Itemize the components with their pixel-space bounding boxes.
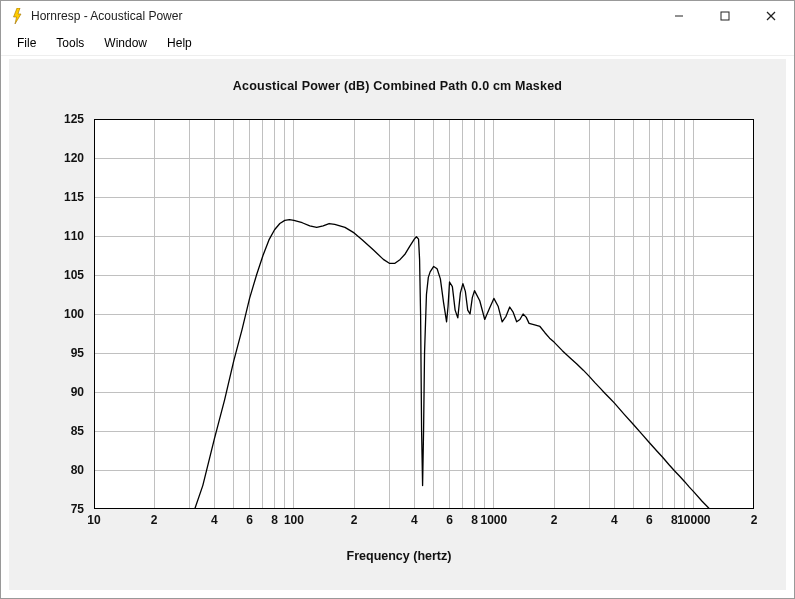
- y-tick-label: 90: [24, 385, 84, 399]
- menu-file[interactable]: File: [7, 33, 46, 53]
- x-axis-ticks: 102468100246810002468100002: [94, 513, 754, 533]
- y-tick-label: 80: [24, 463, 84, 477]
- app-icon: [9, 8, 25, 24]
- plot-wrapper: 1251201151101051009590858075 10246810024…: [24, 109, 774, 569]
- menu-tools[interactable]: Tools: [46, 33, 94, 53]
- y-tick-label: 110: [24, 229, 84, 243]
- svg-rect-2: [721, 12, 729, 20]
- x-tick-label: 2: [151, 513, 158, 527]
- menu-help[interactable]: Help: [157, 33, 202, 53]
- window-title: Hornresp - Acoustical Power: [31, 9, 182, 23]
- menu-bar: File Tools Window Help: [1, 31, 794, 56]
- svg-marker-0: [14, 8, 22, 24]
- x-tick-label: 10: [87, 513, 100, 527]
- x-tick-label: 6: [246, 513, 253, 527]
- title-bar[interactable]: Hornresp - Acoustical Power: [1, 1, 794, 31]
- y-tick-label: 95: [24, 346, 84, 360]
- application-window: Hornresp - Acoustical Power File Tools W…: [0, 0, 795, 599]
- chart-title: Acoustical Power (dB) Combined Path 0.0 …: [9, 79, 786, 93]
- x-tick-label: 1000: [481, 513, 508, 527]
- x-tick-label: 4: [411, 513, 418, 527]
- y-tick-label: 125: [24, 112, 84, 126]
- x-tick-label: 2: [551, 513, 558, 527]
- y-tick-label: 100: [24, 307, 84, 321]
- y-tick-label: 115: [24, 190, 84, 204]
- x-tick-label: 6: [446, 513, 453, 527]
- minimize-button[interactable]: [656, 1, 702, 31]
- x-tick-label: 2: [351, 513, 358, 527]
- y-axis-ticks: 1251201151101051009590858075: [24, 119, 90, 509]
- y-tick-label: 105: [24, 268, 84, 282]
- plot-svg: [94, 119, 754, 509]
- maximize-button[interactable]: [702, 1, 748, 31]
- y-tick-label: 85: [24, 424, 84, 438]
- x-tick-label: 8: [271, 513, 278, 527]
- close-button[interactable]: [748, 1, 794, 31]
- menu-window[interactable]: Window: [94, 33, 157, 53]
- x-tick-label: 100: [284, 513, 304, 527]
- y-tick-label: 75: [24, 502, 84, 516]
- y-tick-label: 120: [24, 151, 84, 165]
- x-axis-label: Frequency (hertz): [24, 549, 774, 563]
- x-tick-label: 2: [751, 513, 758, 527]
- x-tick-label: 4: [611, 513, 618, 527]
- x-tick-label: 8: [471, 513, 478, 527]
- data-line: [195, 220, 710, 509]
- x-tick-label: 4: [211, 513, 218, 527]
- content-area: Acoustical Power (dB) Combined Path 0.0 …: [9, 59, 786, 590]
- x-tick-label: 6: [646, 513, 653, 527]
- plot-area: [94, 119, 754, 509]
- window-buttons: [656, 1, 794, 31]
- x-tick-label: 10000: [677, 513, 710, 527]
- grid-lines: [94, 119, 754, 509]
